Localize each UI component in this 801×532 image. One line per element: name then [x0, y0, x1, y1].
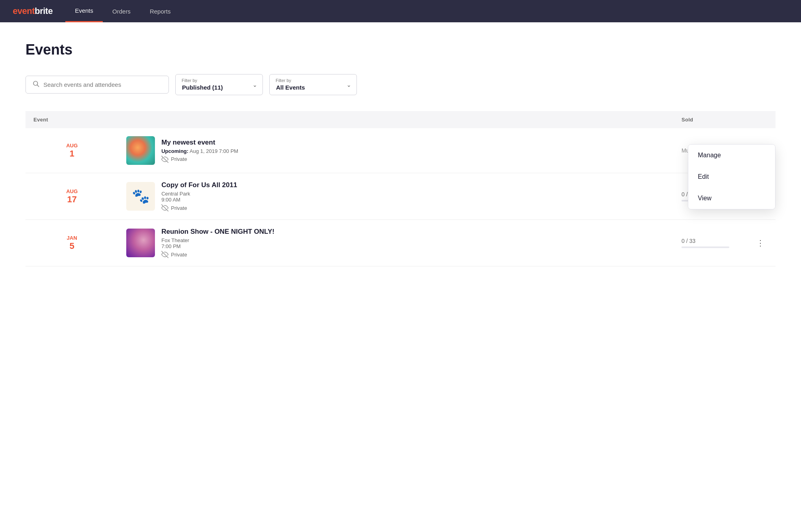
event-info: 🐾 Copy of For Us All 2011 Central Park9:… — [126, 181, 666, 211]
date-day: 5 — [33, 241, 110, 251]
event-thumbnail — [126, 229, 155, 257]
event-sold: 0 / 33 — [674, 220, 745, 266]
event-name[interactable]: My newest event — [161, 139, 666, 147]
svg-line-1 — [37, 85, 39, 86]
filter1-value[interactable]: Published (11) — [175, 74, 263, 95]
dropdown-view[interactable]: View — [688, 188, 775, 209]
col-sold: Sold — [674, 111, 745, 128]
filter-all-events[interactable]: Filter by All Events ⌄ — [269, 74, 357, 95]
nav-item-reports[interactable]: Reports — [140, 0, 180, 22]
event-details: Copy of For Us All 2011 Central Park9:00… — [161, 181, 666, 211]
progress-bar — [682, 246, 729, 248]
private-label: Private — [171, 156, 187, 162]
event-date-sub: Upcoming: Aug 1, 2019 7:00 PM — [161, 148, 666, 154]
events-table: Event Sold Aug 1 My newest event Upcomin… — [25, 111, 776, 266]
event-details: Reunion Show - ONE NIGHT ONLY! Fox Theat… — [161, 228, 666, 258]
dropdown-menu: Manage Edit View — [688, 144, 776, 209]
sold-value: 0 / 33 — [682, 238, 695, 244]
event-date: Jan 5 — [25, 220, 118, 266]
event-private-badge: Private — [161, 204, 666, 211]
date-day: 1 — [33, 149, 110, 159]
table-header: Event Sold — [25, 111, 776, 128]
col-event: Event — [25, 111, 674, 128]
event-info-cell: Reunion Show - ONE NIGHT ONLY! Fox Theat… — [118, 220, 674, 266]
date-month: Aug — [33, 143, 110, 149]
event-name[interactable]: Reunion Show - ONE NIGHT ONLY! — [161, 228, 666, 236]
event-info-cell: 🐾 Copy of For Us All 2011 Central Park9:… — [118, 173, 674, 220]
filters-row: Filter by Published (11) ⌄ Filter by All… — [25, 74, 776, 95]
dropdown-manage[interactable]: Manage — [688, 145, 775, 166]
private-icon — [161, 251, 168, 258]
event-private-badge: Private — [161, 251, 666, 258]
filter-published[interactable]: Filter by Published (11) ⌄ — [175, 74, 263, 95]
date-day: 17 — [33, 194, 110, 205]
event-private-badge: Private — [161, 156, 666, 163]
page-content: Events Filter by Published (11) ⌄ Filter… — [0, 22, 801, 286]
event-location-sub: Fox Theater7:00 PM — [161, 237, 666, 249]
search-input[interactable] — [43, 81, 162, 88]
event-location-sub: Central Park9:00 AM — [161, 191, 666, 203]
event-info-cell: My newest event Upcoming: Aug 1, 2019 7:… — [118, 128, 674, 173]
more-options-button[interactable]: ⋮ — [753, 237, 768, 249]
private-label: Private — [171, 252, 187, 258]
top-nav: eventbrite Events Orders Reports — [0, 0, 801, 22]
private-icon — [161, 156, 168, 163]
event-details: My newest event Upcoming: Aug 1, 2019 7:… — [161, 139, 666, 163]
date-month: Aug — [33, 188, 110, 194]
table-row: Aug 17 🐾 Copy of For Us All 2011 Central… — [25, 173, 776, 220]
event-name[interactable]: Copy of For Us All 2011 — [161, 181, 666, 189]
search-box[interactable] — [25, 76, 169, 94]
date-month: Jan — [33, 235, 110, 241]
table-row: Jan 5 Reunion Show - ONE NIGHT ONLY! Fox… — [25, 220, 776, 266]
event-action[interactable]: ⋮ — [745, 220, 776, 266]
nav-item-events[interactable]: Events — [65, 0, 103, 22]
event-info: Reunion Show - ONE NIGHT ONLY! Fox Theat… — [126, 228, 666, 258]
table-row: Aug 1 My newest event Upcoming: Aug 1, 2… — [25, 128, 776, 173]
search-icon — [32, 80, 39, 89]
events-list: Aug 1 My newest event Upcoming: Aug 1, 2… — [25, 128, 776, 266]
event-action[interactable]: ⋮ Manage Edit View — [745, 128, 776, 173]
event-info: My newest event Upcoming: Aug 1, 2019 7:… — [126, 136, 666, 165]
event-thumbnail: 🐾 — [126, 182, 155, 211]
event-date: Aug 17 — [25, 173, 118, 220]
dropdown-edit[interactable]: Edit — [688, 166, 775, 188]
event-date: Aug 1 — [25, 128, 118, 173]
private-label: Private — [171, 205, 187, 211]
event-thumbnail — [126, 136, 155, 165]
logo[interactable]: eventbrite — [13, 6, 53, 16]
page-title: Events — [25, 41, 776, 58]
nav-item-orders[interactable]: Orders — [103, 0, 140, 22]
private-icon — [161, 204, 168, 211]
filter2-value[interactable]: All Events — [269, 74, 357, 95]
